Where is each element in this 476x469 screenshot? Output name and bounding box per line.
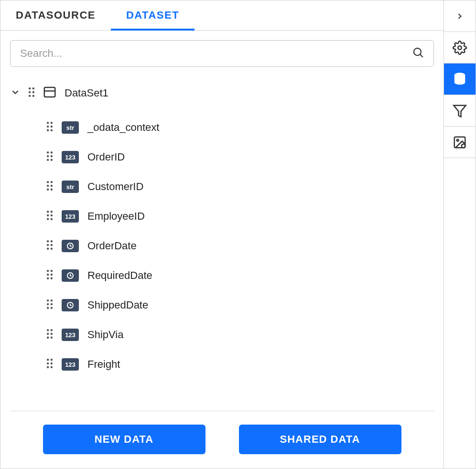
rail-data[interactable] xyxy=(444,64,476,95)
rail-filter[interactable] xyxy=(444,95,476,127)
field-row[interactable]: 123OrderID xyxy=(46,142,434,172)
search-icon[interactable] xyxy=(412,46,424,61)
svg-point-7 xyxy=(32,95,34,97)
svg-point-31 xyxy=(51,214,53,216)
svg-point-3 xyxy=(32,87,34,89)
field-row[interactable]: strCustomerID xyxy=(46,172,434,202)
dataset-name: DataSet1 xyxy=(65,87,108,99)
svg-point-30 xyxy=(47,214,49,216)
dataset-fields: str_odata_context 123OrderID strCustomer… xyxy=(46,113,434,379)
svg-point-61 xyxy=(47,359,49,361)
svg-rect-8 xyxy=(44,87,55,97)
svg-point-4 xyxy=(29,91,31,93)
drag-handle-icon[interactable] xyxy=(46,240,53,252)
svg-point-16 xyxy=(47,151,49,153)
svg-point-55 xyxy=(47,329,49,331)
svg-point-19 xyxy=(51,155,53,157)
svg-point-22 xyxy=(47,181,49,183)
field-row[interactable]: OrderDate xyxy=(46,231,434,261)
drag-handle-icon[interactable] xyxy=(46,358,53,371)
drag-handle-icon[interactable] xyxy=(46,210,53,223)
drag-handle-icon[interactable] xyxy=(46,181,53,193)
svg-point-10 xyxy=(47,122,49,124)
svg-point-53 xyxy=(51,307,53,309)
tab-datasource[interactable]: DATASOURCE xyxy=(0,0,111,30)
drag-handle-icon[interactable] xyxy=(28,87,35,99)
type-badge-123: 123 xyxy=(62,358,79,371)
field-row[interactable]: ShippedDate xyxy=(46,290,434,320)
field-name: CustomerID xyxy=(87,181,143,193)
svg-point-64 xyxy=(51,362,53,364)
svg-point-20 xyxy=(47,159,49,161)
new-data-button[interactable]: NEW DATA xyxy=(43,425,206,454)
svg-point-15 xyxy=(51,129,53,131)
dataset-tree: DataSet1 str_odata_context 123OrderID st… xyxy=(10,81,434,411)
field-row[interactable]: RequiredDate xyxy=(46,261,434,290)
svg-point-2 xyxy=(29,87,31,89)
svg-point-34 xyxy=(47,240,49,242)
footer: NEW DATA SHARED DATA xyxy=(10,411,434,459)
svg-point-60 xyxy=(51,337,53,339)
svg-point-59 xyxy=(47,337,49,339)
svg-point-36 xyxy=(47,244,49,246)
drag-handle-icon[interactable] xyxy=(46,329,53,341)
shared-data-button[interactable]: SHARED DATA xyxy=(239,425,401,454)
type-badge-date xyxy=(62,299,79,311)
field-row[interactable]: 123EmployeeID xyxy=(46,202,434,231)
svg-point-6 xyxy=(29,95,31,97)
drag-handle-icon[interactable] xyxy=(46,269,53,282)
svg-point-56 xyxy=(51,329,53,331)
type-badge-date xyxy=(62,269,79,282)
field-name: OrderDate xyxy=(87,240,137,252)
field-row[interactable]: 123Freight xyxy=(46,350,434,379)
type-badge-123: 123 xyxy=(62,210,79,223)
field-name: _odata_context xyxy=(87,121,159,134)
svg-point-0 xyxy=(414,48,421,55)
tabs: DATASOURCE DATASET xyxy=(0,0,444,31)
field-row[interactable]: 123ShipVia xyxy=(46,320,434,350)
svg-point-58 xyxy=(51,333,53,335)
dataset-root[interactable]: DataSet1 xyxy=(10,81,434,105)
drag-handle-icon[interactable] xyxy=(46,151,53,163)
svg-point-25 xyxy=(51,185,53,187)
drag-handle-icon[interactable] xyxy=(46,121,53,134)
svg-point-51 xyxy=(51,303,53,305)
svg-point-63 xyxy=(47,362,49,364)
svg-point-27 xyxy=(51,189,53,191)
svg-point-32 xyxy=(47,218,49,220)
svg-point-26 xyxy=(47,189,49,191)
svg-point-5 xyxy=(32,91,34,93)
drag-handle-icon[interactable] xyxy=(46,299,53,311)
field-name: Freight xyxy=(87,358,120,371)
rail-settings[interactable] xyxy=(444,32,476,64)
type-badge-123: 123 xyxy=(62,151,79,163)
svg-point-72 xyxy=(462,144,465,148)
svg-point-66 xyxy=(51,366,53,368)
svg-point-24 xyxy=(47,185,49,187)
field-row[interactable]: str_odata_context xyxy=(46,113,434,142)
svg-marker-69 xyxy=(454,105,466,117)
type-badge-date xyxy=(62,240,79,252)
rail-image[interactable] xyxy=(444,127,476,158)
svg-point-33 xyxy=(51,218,53,220)
main-panel: DATASOURCE DATASET xyxy=(0,0,444,469)
svg-point-62 xyxy=(51,359,53,361)
svg-point-23 xyxy=(51,181,53,183)
svg-point-14 xyxy=(47,129,49,131)
svg-point-44 xyxy=(51,274,53,276)
svg-point-65 xyxy=(47,366,49,368)
rail-expand[interactable] xyxy=(444,0,476,32)
svg-point-45 xyxy=(47,277,49,279)
field-name: ShippedDate xyxy=(87,299,148,311)
panel-body: DataSet1 str_odata_context 123OrderID st… xyxy=(0,31,444,469)
filter-icon xyxy=(453,104,467,118)
svg-point-35 xyxy=(51,240,53,242)
svg-line-1 xyxy=(420,54,423,57)
svg-point-48 xyxy=(47,299,49,301)
tab-dataset[interactable]: DATASET xyxy=(111,0,195,30)
chevron-down-icon[interactable] xyxy=(10,87,21,99)
svg-point-43 xyxy=(47,274,49,276)
search-input[interactable] xyxy=(10,40,434,67)
svg-point-12 xyxy=(47,126,49,128)
svg-point-46 xyxy=(51,277,53,279)
